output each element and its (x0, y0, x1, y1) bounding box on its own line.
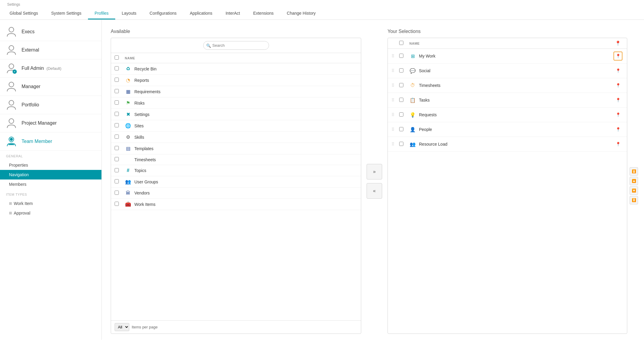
sel-row[interactable]: ⠿ 💡 Requests 📍 (388, 108, 627, 122)
sel-row[interactable]: ⠿ ⊞ My Work 📍 (388, 49, 627, 64)
row-checkbox[interactable] (115, 146, 119, 150)
table-row[interactable]: 👥 User Groups (111, 176, 361, 188)
row-icon-settings: ✖ (125, 111, 131, 117)
selections-table-body: ⠿ ⊞ My Work 📍 ⠿ (388, 49, 627, 334)
tab-profiles[interactable]: Profiles (88, 8, 115, 19)
table-row[interactable]: ⚑ Risks (111, 97, 361, 109)
available-header-check (115, 55, 122, 61)
row-checkbox[interactable] (115, 191, 119, 195)
table-row[interactable]: ▦ Requirements (111, 86, 361, 97)
pin-button-tasks[interactable]: 📍 (613, 96, 622, 105)
available-select-all[interactable] (115, 55, 119, 60)
sidebar-sub-properties[interactable]: Properties (0, 160, 101, 170)
svg-point-5 (9, 119, 14, 123)
tab-change-history[interactable]: Change History (280, 8, 322, 19)
row-checkbox[interactable] (115, 89, 119, 93)
tab-interact[interactable]: InterAct (219, 8, 247, 19)
sidebar-item-type-approval[interactable]: ⊞ Approval (0, 208, 101, 218)
pin-button-people[interactable]: 📍 (613, 125, 622, 134)
table-row[interactable]: # Topics (111, 165, 361, 176)
sidebar-item-external[interactable]: External (0, 41, 101, 59)
items-per-page-select[interactable]: All 10 25 50 (115, 323, 129, 331)
tab-extensions[interactable]: Extensions (247, 8, 280, 19)
search-input[interactable] (203, 41, 269, 50)
table-row[interactable]: ◔ Reports (111, 75, 361, 86)
search-icon: 🔍 (206, 43, 211, 48)
table-row[interactable]: ⚙ Skills (111, 132, 361, 143)
order-up-button[interactable]: 🔼 (630, 177, 638, 185)
row-icon-reports: ◔ (125, 77, 131, 83)
table-row[interactable]: ✖ Settings (111, 109, 361, 120)
row-checkbox[interactable] (115, 135, 119, 139)
sel-row-checkbox[interactable] (399, 54, 403, 58)
pin-col-resource-load: 📍 (613, 140, 623, 149)
row-checkbox[interactable] (115, 123, 119, 127)
sidebar-item-team-member[interactable]: Team Member (0, 132, 101, 151)
sel-row[interactable]: ⠿ 👥 Resource Load 📍 (388, 137, 627, 152)
sidebar-item-portfolio[interactable]: Portfolio (0, 96, 101, 114)
sel-select-all[interactable] (399, 41, 403, 45)
table-row[interactable]: ▤ Templates (111, 143, 361, 154)
sidebar-item-execs[interactable]: Execs (0, 23, 101, 41)
row-checkbox[interactable] (115, 157, 119, 161)
available-footer: All 10 25 50 Items per page (111, 320, 361, 334)
row-label-settings: Settings (134, 112, 150, 117)
row-checkbox[interactable] (115, 202, 119, 206)
drag-handle-wrap: ⠿ (391, 127, 396, 132)
order-down-button[interactable]: 🔽 (630, 186, 638, 195)
row-checkbox[interactable] (115, 78, 119, 82)
sel-row[interactable]: ⠿ 📋 Tasks 📍 (388, 93, 627, 108)
row-label-my-work: My Work (419, 54, 610, 58)
pin-button-social[interactable]: 📍 (613, 66, 622, 75)
tab-global-settings[interactable]: Global Settings (3, 8, 45, 19)
table-row[interactable]: 🧰 Work Items (111, 199, 361, 210)
sel-row-checkbox[interactable] (399, 127, 403, 131)
sel-row-checkbox[interactable] (399, 142, 403, 146)
row-icon-sites: 🌐 (125, 123, 131, 129)
item-types-section-label: ITEM TYPES (6, 193, 95, 196)
sidebar-item-project-manager[interactable]: Project Manager (0, 114, 101, 132)
row-checkbox[interactable] (115, 100, 119, 105)
pin-button-requests[interactable]: 📍 (613, 110, 622, 119)
row-label-vendors: Vendors (134, 191, 150, 195)
sidebar-item-full-admin[interactable]: ✓ Full Admin (Default) (0, 59, 101, 78)
sel-row-checkbox[interactable] (399, 83, 403, 87)
sidebar-sub-navigation[interactable]: Navigation (0, 170, 101, 179)
row-checkbox[interactable] (115, 179, 119, 183)
row-checkbox[interactable] (115, 66, 119, 70)
remove-button[interactable]: « (367, 183, 382, 199)
pin-button-my-work[interactable]: 📍 (613, 52, 622, 61)
row-check (115, 191, 122, 196)
tab-configurations[interactable]: Configurations (143, 8, 183, 19)
sidebar-item-external-label: External (22, 47, 39, 53)
pin-button-timesheets[interactable]: 📍 (613, 81, 622, 90)
sidebar-sub-members[interactable]: Members (0, 179, 101, 189)
row-checkbox[interactable] (115, 112, 119, 116)
table-row[interactable]: 🏛 Vendors (111, 188, 361, 199)
table-row[interactable]: ♻ Recycle Bin (111, 63, 361, 75)
sidebar-item-type-work-item[interactable]: ⊞ Work Item (0, 199, 101, 208)
tab-applications[interactable]: Applications (183, 8, 219, 19)
sidebar-item-manager[interactable]: Manager (0, 78, 101, 96)
sel-row-checkbox[interactable] (399, 98, 403, 102)
sel-row[interactable]: ⠿ 👤 People 📍 (388, 122, 627, 137)
sel-row[interactable]: ⠿ ⏱ Timesheets 📍 (388, 78, 627, 93)
tab-system-settings[interactable]: System Settings (45, 8, 88, 19)
order-top-button[interactable]: ⏫ (630, 167, 638, 176)
sel-row-checkbox[interactable] (399, 68, 403, 73)
sel-row[interactable]: ⠿ 💬 Social 📍 (388, 64, 627, 78)
table-row[interactable]: 🌐 Sites (111, 120, 361, 132)
row-label-risks: Risks (134, 101, 145, 105)
add-button[interactable]: » (367, 164, 382, 179)
pin-button-resource-load[interactable]: 📍 (613, 140, 622, 149)
row-check (115, 202, 122, 207)
row-check (115, 123, 122, 128)
order-bottom-button[interactable]: ⏬ (630, 196, 638, 204)
row-label-requirements: Requirements (134, 89, 160, 94)
tab-layouts[interactable]: Layouts (115, 8, 143, 19)
svg-point-7 (10, 138, 13, 141)
row-checkbox[interactable] (115, 168, 119, 172)
table-row[interactable]: Timesheets (111, 154, 361, 165)
pin-icon-header: 📍 (615, 40, 621, 46)
sel-row-checkbox[interactable] (399, 112, 403, 117)
